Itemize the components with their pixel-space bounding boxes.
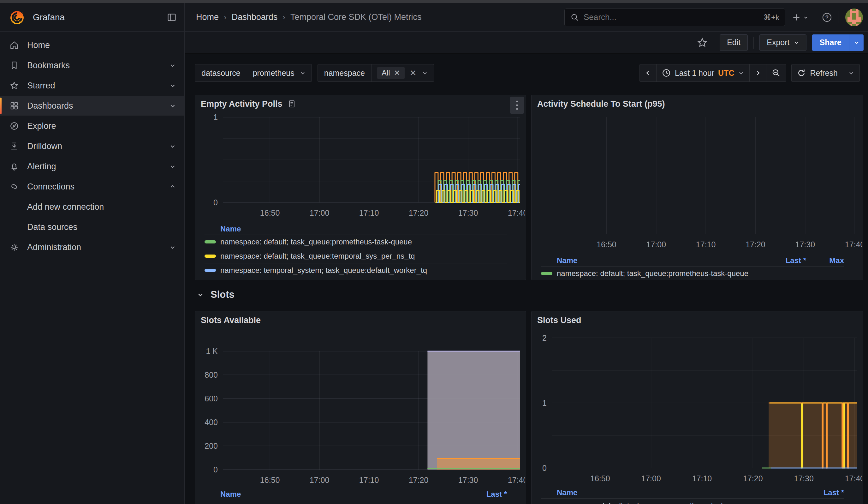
legend-series-row[interactable]: namespace: default; task_queue:prometheu… <box>205 235 507 249</box>
search-field[interactable] <box>583 12 759 22</box>
share-button[interactable]: Share <box>812 34 864 51</box>
legend-col-name[interactable]: Name <box>557 488 806 497</box>
legend-series-row[interactable]: namespace: default; task_queue:prometheu… <box>541 498 844 504</box>
sidebar-item-starred[interactable]: Starred <box>0 76 184 95</box>
timeseries-chart[interactable]: 16:5017:0017:1017:2017:3017:4001 <box>195 113 526 223</box>
help-icon[interactable]: ? <box>822 12 832 23</box>
series-label: namespace: default; task_queue:prometheu… <box>557 501 840 504</box>
time-shift-forward-button[interactable] <box>749 64 766 81</box>
clear-all-icon[interactable]: ✕ <box>410 68 417 78</box>
user-avatar[interactable] <box>845 9 863 26</box>
sidebar-item-bookmarks[interactable]: Bookmarks <box>0 55 184 75</box>
legend-series-row[interactable]: namespace: default; task_queue:temporal_… <box>205 249 507 263</box>
sidebar-item-label: Home <box>27 40 50 50</box>
sidebar-item-label: Administration <box>27 243 81 252</box>
svg-text:17:20: 17:20 <box>743 474 763 483</box>
sidebar-item-home[interactable]: Home <box>0 35 184 55</box>
svg-text:17:10: 17:10 <box>359 475 379 484</box>
sidebar-item-data-sources[interactable]: Data sources <box>0 217 184 237</box>
share-menu-caret[interactable] <box>849 34 864 51</box>
legend-header: NameLast *Max <box>541 255 844 266</box>
svg-text:17:30: 17:30 <box>458 208 478 217</box>
namespace-chip[interactable]: All ✕ <box>377 67 405 79</box>
remove-chip-icon[interactable]: ✕ <box>394 69 400 78</box>
panel-menu-button[interactable] <box>510 96 524 114</box>
datasource-picker[interactable]: prometheus <box>247 64 311 81</box>
panel-title[interactable]: Slots Used <box>537 316 581 325</box>
legend-col[interactable]: Last * <box>759 256 806 265</box>
brand-area: Grafana <box>0 3 185 31</box>
chevron-down-icon[interactable] <box>169 143 176 150</box>
timeseries-chart[interactable]: 16:5017:0017:1017:2017:3017:400200400600… <box>195 329 526 488</box>
sidebar-item-connections[interactable]: Connections <box>0 177 184 196</box>
star-dashboard-icon[interactable] <box>696 37 708 48</box>
namespace-label: namespace <box>318 69 371 78</box>
svg-text:0: 0 <box>213 465 218 474</box>
refresh-button[interactable]: Refresh <box>792 64 843 81</box>
legend-col-name[interactable]: Name <box>220 225 507 233</box>
chevron-down-icon[interactable] <box>169 244 176 251</box>
sidebar-item-dashboards[interactable]: Dashboards <box>0 96 184 116</box>
gear-icon <box>9 243 19 252</box>
grafana-logo[interactable] <box>8 9 26 26</box>
svg-text:17:10: 17:10 <box>359 208 379 217</box>
timeseries-chart[interactable]: 16:5017:0017:1017:2017:3017:40012 <box>531 329 863 487</box>
chevron-down-icon[interactable] <box>169 102 176 109</box>
legend-series-row[interactable]: namespace: temporal_system; task_queue:d… <box>205 263 507 277</box>
legend-series-row[interactable]: namespace: default; task_queue:prometheu… <box>541 266 844 280</box>
panel-title[interactable]: Activity Schedule To Start (p95) <box>537 99 665 109</box>
sidebar-item-explore[interactable]: Explore <box>0 116 184 136</box>
legend-col[interactable]: Last * <box>806 488 844 497</box>
chevron-down-icon[interactable] <box>169 62 176 69</box>
section-title: Slots <box>210 289 235 300</box>
legend-col[interactable]: Last * <box>469 490 507 498</box>
add-new-button[interactable] <box>792 13 809 22</box>
refresh-interval-caret[interactable] <box>843 64 859 81</box>
chevron-down-icon[interactable] <box>169 82 176 89</box>
svg-text:17:40: 17:40 <box>845 474 862 483</box>
legend-col-name[interactable]: Name <box>220 490 469 498</box>
sidebar-item-add-new-connection[interactable]: Add new connection <box>0 197 184 217</box>
sidebar-item-administration[interactable]: Administration <box>0 237 184 257</box>
sidebar-item-alerting[interactable]: Alerting <box>0 157 184 176</box>
chevron-down-icon <box>848 70 855 76</box>
panel-legend: NameLast *namespace: default; task_queue… <box>195 488 526 504</box>
svg-text:1: 1 <box>213 113 218 122</box>
legend-series-row[interactable]: namespace: default; task_queue:prometheu… <box>205 500 507 504</box>
timezone-label: UTC <box>718 69 734 78</box>
timeseries-chart[interactable]: 16:5017:0017:1017:2017:3017:40 <box>531 113 863 255</box>
sidebar-item-label: Drilldown <box>27 142 62 151</box>
svg-text:0: 0 <box>213 198 218 207</box>
svg-text:17:40: 17:40 <box>508 208 525 217</box>
panel-description-icon[interactable] <box>288 100 296 108</box>
search-input[interactable]: ⌘+k <box>564 9 785 26</box>
export-button[interactable]: Export <box>760 34 806 51</box>
panel-title[interactable]: Empty Activity Polls <box>201 99 282 109</box>
series-label: namespace: default; task_queue:temporal_… <box>220 252 507 260</box>
time-range-picker[interactable]: Last 1 hour UTC <box>656 64 749 81</box>
legend-col-name[interactable]: Name <box>557 256 759 265</box>
breadcrumb-home[interactable]: Home <box>196 12 219 22</box>
svg-text:17:20: 17:20 <box>409 475 428 484</box>
svg-text:200: 200 <box>205 442 218 450</box>
sidebar-toggle-icon[interactable] <box>167 12 177 22</box>
namespace-picker[interactable]: All ✕ ✕ <box>371 64 434 81</box>
svg-text:17:20: 17:20 <box>745 240 765 249</box>
edit-button[interactable]: Edit <box>720 34 748 51</box>
os-window-strip <box>0 0 868 3</box>
breadcrumb-separator: › <box>282 12 285 22</box>
chevron-down-icon[interactable] <box>169 163 176 170</box>
sidebar-item-drilldown[interactable]: Drilldown <box>0 136 184 156</box>
chevron-down-icon <box>854 40 859 45</box>
panel-title[interactable]: Slots Available <box>201 316 261 325</box>
row-slots-toggle[interactable]: Slots <box>197 289 235 300</box>
svg-text:0: 0 <box>542 464 547 472</box>
time-controls: Last 1 hour UTC Refresh <box>640 64 860 82</box>
time-shift-back-button[interactable] <box>640 64 656 81</box>
legend-col[interactable]: Max <box>806 256 844 265</box>
zoom-out-time-button[interactable] <box>766 64 786 81</box>
breadcrumb-dashboards[interactable]: Dashboards <box>232 12 278 22</box>
svg-text:17:30: 17:30 <box>795 240 815 249</box>
chevron-up-icon[interactable] <box>169 183 176 190</box>
chevron-down-icon <box>794 40 799 45</box>
